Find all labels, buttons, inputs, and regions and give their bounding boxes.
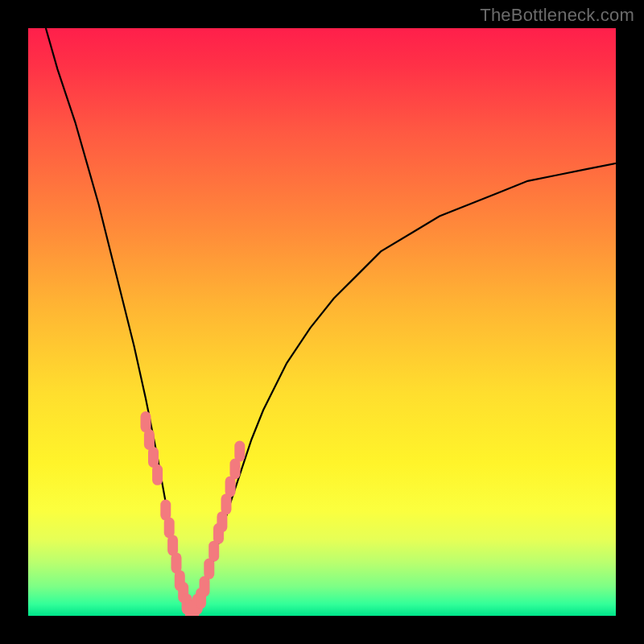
data-marker — [152, 464, 163, 485]
bottleneck-curve — [46, 28, 616, 616]
plot-area — [28, 28, 616, 616]
watermark-text: TheBottleneck.com — [480, 5, 634, 26]
data-marker — [234, 441, 245, 462]
chart-frame: TheBottleneck.com — [0, 0, 644, 644]
data-markers — [141, 411, 246, 616]
curve-layer — [28, 28, 616, 616]
